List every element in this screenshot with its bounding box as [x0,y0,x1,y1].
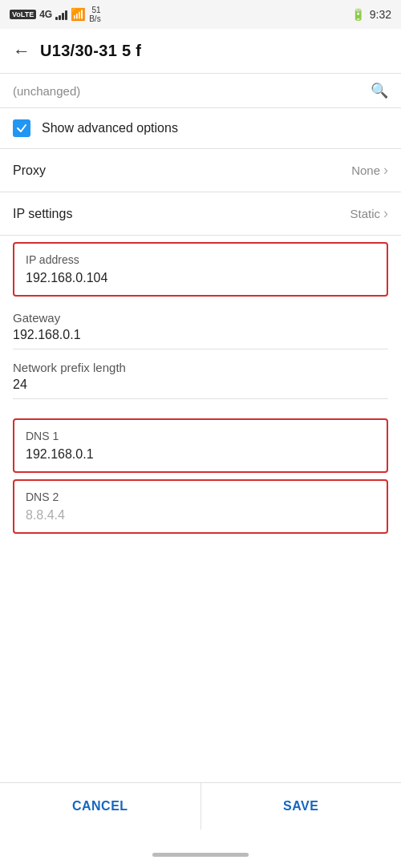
gateway-value: 192.168.0.1 [13,328,388,349]
search-icon[interactable]: 🔍 [371,82,388,99]
status-right: 🔋 9:32 [351,8,391,21]
content-area: (unchanged) 🔍 Show advanced options Prox… [0,74,401,620]
wifi-icon: 📶 [71,7,86,22]
network-prefix-value: 24 [13,377,388,399]
dns2-label: DNS 2 [26,491,375,503]
proxy-value: None [351,164,380,177]
ip-settings-chevron-icon: › [383,205,388,222]
volte-badge: VoLTE [10,10,36,19]
gateway-field: Gateway 192.168.0.1 [0,303,401,353]
ip-settings-row[interactable]: IP settings Static › [0,192,401,236]
save-button[interactable]: SAVE [201,783,402,830]
advanced-checkbox[interactable] [13,119,30,137]
ip-address-box[interactable]: IP address 192.168.0.104 [13,242,388,297]
advanced-options-label: Show advanced options [42,121,178,135]
time-display: 9:32 [370,8,391,21]
ip-settings-label: IP settings [13,207,72,221]
back-button[interactable]: ← [13,42,30,60]
ip-address-label: IP address [26,253,375,266]
proxy-chevron-icon: › [383,162,388,179]
unchanged-text: (unchanged) [13,84,80,98]
gateway-label: Gateway [13,311,388,325]
proxy-row[interactable]: Proxy None › [0,149,401,192]
network-prefix-label: Network prefix length [13,361,388,374]
ip-settings-value: Static [350,207,380,220]
dns1-label: DNS 1 [26,430,375,442]
battery-icon: 🔋 [351,8,365,21]
cancel-button[interactable]: CANCEL [0,783,201,830]
dns1-box[interactable]: DNS 1 192.168.0.1 [13,418,388,473]
signal-4g: 4G [39,9,52,20]
ip-address-value: 192.168.0.104 [26,271,375,285]
toolbar: ← U13/30-31 5 f [0,29,401,74]
unchanged-bar: (unchanged) 🔍 [0,74,401,108]
data-speed: 51 B/s [89,6,100,23]
signal-bars [55,9,67,20]
proxy-value-container: None › [351,162,388,179]
proxy-label: Proxy [13,164,46,178]
network-prefix-field: Network prefix length 24 [0,353,401,402]
status-left: VoLTE 4G 📶 51 B/s [10,6,101,23]
page-title: U13/30-31 5 f [40,42,141,60]
status-bar: VoLTE 4G 📶 51 B/s 🔋 9:32 [0,0,401,29]
ip-settings-value-container: Static › [350,205,388,222]
checkmark-icon [16,123,27,134]
dns2-value: 8.8.4.4 [26,508,375,523]
dns2-box[interactable]: DNS 2 8.8.4.4 [13,479,388,534]
bottom-action-bar: CANCEL SAVE [0,782,401,830]
advanced-options-row[interactable]: Show advanced options [0,108,401,149]
dns1-value: 192.168.0.1 [26,447,375,462]
home-indicator [152,853,249,857]
